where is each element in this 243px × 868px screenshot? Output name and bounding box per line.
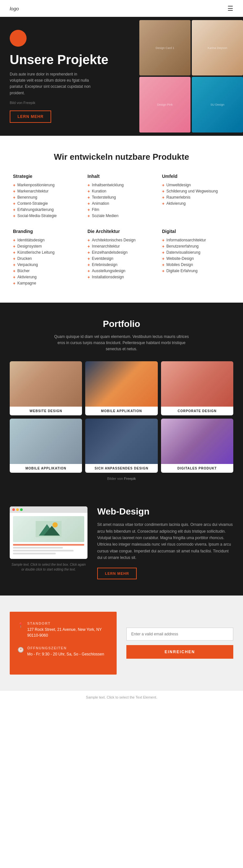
service-item-4-2: Einzelhandelsdesign	[88, 249, 155, 256]
contact-location-value: 127 Rock Street, 21 Avenue, New York, NY…	[27, 627, 109, 638]
service-item-3-3: Drucken	[13, 256, 81, 262]
webdesign-learn-more-button[interactable]: LERN MEHR	[97, 568, 137, 579]
portfolio-grid: WEBSITE DESIGNMOBILE APPLIKATIONCORPORAT…	[10, 361, 233, 473]
service-item-1-3: Animation	[88, 200, 155, 207]
service-item-5-3: Website-Design	[162, 256, 230, 262]
portfolio-section: Portfolio Quam quisque id diam vel quam …	[0, 303, 243, 491]
service-col-2: UmfeldUmweltdesignSchilderung und Wegwei…	[162, 174, 230, 219]
portfolio-item-1[interactable]: MOBILE APPLIKATION	[85, 361, 157, 415]
hero-content: Unsere Projekte Duis aute irure dolor in…	[10, 30, 133, 123]
portfolio-credit-link[interactable]: Freepik	[124, 476, 136, 480]
service-heading-5: Digital	[162, 229, 230, 234]
portfolio-item-5[interactable]: DIGITALES PRODUKT	[161, 418, 233, 473]
hero-image-2: Karina Dwyson	[192, 20, 243, 75]
clock-icon: 🕐	[18, 647, 24, 653]
service-item-2-0: Umweltdesign	[162, 182, 230, 188]
service-col-5: DigitalInformationsarchitekturBenutzerer…	[162, 229, 230, 286]
hero-circle-decoration	[10, 30, 27, 46]
service-item-3-6: Aktivierung	[13, 274, 81, 280]
mountain-illustration	[36, 521, 62, 537]
service-item-1-1: Kuration	[88, 188, 155, 194]
service-item-3-0: Identitätsdesign	[13, 237, 81, 243]
service-item-0-2: Benennung	[13, 194, 81, 200]
service-item-5-1: Benutzererfahrung	[162, 243, 230, 249]
service-item-5-4: Mobiles Design	[162, 262, 230, 268]
webdesign-text: Sit amet massa vitae tortor condimentum …	[97, 521, 233, 561]
browser-content	[10, 513, 88, 559]
webdesign-caption: Sample text. Click to select the text bo…	[10, 562, 88, 572]
portfolio-item-0[interactable]: WEBSITE DESIGN	[10, 361, 82, 415]
service-item-4-5: Ausstellungsdesign	[88, 268, 155, 274]
portfolio-credit-prefix: Bilder von	[107, 476, 123, 480]
contact-hours-block: 🕐 ÖFFNUNGSZEITEN Mo - Fr: 9:30 - 20 Uhr,…	[18, 646, 109, 657]
browser-dot-green	[20, 508, 23, 511]
service-item-4-6: Installationsdesign	[88, 274, 155, 280]
hero-description: Duis aute irure dolor in reprehenderit i…	[10, 71, 94, 96]
service-item-4-4: Erlebnisdesign	[88, 262, 155, 268]
browser-line-1	[13, 544, 84, 546]
service-item-1-5: Soziale Medien	[88, 213, 155, 219]
service-item-1-2: Texterstellung	[88, 194, 155, 200]
portfolio-label-1: MOBILE APPLIKATION	[85, 407, 157, 415]
service-heading-0: Strategie	[13, 174, 81, 179]
service-col-0: StrategieMarkenpositionierungMarkenarchi…	[13, 174, 81, 219]
service-item-3-7: Kampagne	[13, 280, 81, 286]
contact-submit-button[interactable]: EINREICHEN	[126, 645, 233, 659]
portfolio-item-4[interactable]: SICH ANPASSENDES DESIGN	[85, 418, 157, 473]
contact-info-card: 📍 STANDORT 127 Rock Street, 21 Avenue, N…	[10, 612, 117, 675]
svg-point-3	[53, 522, 58, 527]
hero-image-label-2: Karina Dwyson	[206, 44, 230, 52]
service-item-3-1: Designsystem	[13, 243, 81, 249]
service-item-5-2: Datenvisualisierung	[162, 249, 230, 256]
portfolio-item-3[interactable]: MOBILE APPLIKATION	[10, 418, 82, 473]
contact-hours-value: Mo - Fr: 9:30 - 20 Uhr, Sa, So - Geschlo…	[27, 651, 104, 657]
service-col-4: Die ArchitekturArchitektonisches DesignI…	[88, 229, 155, 286]
hero-credit-link[interactable]: Freepik	[23, 101, 35, 105]
service-heading-1: Inhalt	[88, 174, 155, 179]
browser-lines	[13, 544, 84, 554]
webdesign-content: Web-Design Sit amet massa vitae tortor c…	[97, 506, 233, 579]
webdesign-section: Sample text. Click to select the text bo…	[0, 490, 243, 595]
service-item-1-0: Inhaltsentwicklung	[88, 182, 155, 188]
hero-credit-prefix: Bild von	[10, 101, 22, 105]
portfolio-description: Quam quisque id diam vel quam elementum.…	[50, 334, 193, 352]
service-item-1-4: Film	[88, 207, 155, 213]
hamburger-menu-icon[interactable]: ☰	[227, 4, 233, 12]
service-item-4-1: Innenarchitektur	[88, 243, 155, 249]
hero-image-4: SU Design	[192, 77, 243, 132]
service-item-0-4: Erfahrungskartierung	[13, 207, 81, 213]
contact-hours-details: ÖFFNUNGSZEITEN Mo - Fr: 9:30 - 20 Uhr, S…	[27, 646, 104, 657]
hero-image-label-3: Design Pink	[155, 101, 175, 108]
portfolio-credit: Bilder von Freepik	[10, 476, 233, 480]
services-grid: StrategieMarkenpositionierungMarkenarchi…	[13, 174, 230, 286]
service-item-4-0: Architektonisches Design	[88, 237, 155, 243]
hero-learn-more-button[interactable]: LERN MEHR	[10, 111, 51, 123]
service-item-3-5: Bücher	[13, 268, 81, 274]
webdesign-preview: Sample text. Click to select the text bo…	[10, 506, 88, 572]
browser-line-3	[13, 550, 73, 552]
navbar: logo ☰	[0, 0, 243, 17]
hero-section: Unsere Projekte Duis aute irure dolor in…	[0, 17, 243, 136]
service-item-3-2: Künstlerische Leitung	[13, 249, 81, 256]
contact-form: EINREICHEN	[126, 612, 233, 675]
service-item-2-1: Schilderung und Wegweisung	[162, 188, 230, 194]
service-col-3: BrandingIdentitätsdesignDesignsystemKüns…	[13, 229, 81, 286]
portfolio-item-2[interactable]: CORPORATE DESIGN	[161, 361, 233, 415]
service-item-4-3: Eventdesign	[88, 256, 155, 262]
contact-hours-label: ÖFFNUNGSZEITEN	[27, 646, 104, 650]
portfolio-label-3: MOBILE APPLIKATION	[10, 464, 82, 473]
browser-dot-yellow	[16, 508, 19, 511]
hero-credit: Bild von Freepik	[10, 101, 133, 105]
footer: Sample text. Click to select the Text El…	[0, 691, 243, 704]
hero-image-collage: Design Card 1 Karina Dwyson Design Pink …	[136, 17, 243, 136]
contact-email-input[interactable]	[126, 628, 233, 641]
footer-sample-text: Sample text. Click to select the Text El…	[86, 695, 157, 699]
browser-line-2	[13, 547, 63, 549]
hero-image-3: Design Pink	[139, 77, 190, 132]
service-item-0-3: Content-Strategie	[13, 200, 81, 207]
contact-location-label: STANDORT	[27, 621, 109, 625]
contact-location-block: 📍 STANDORT 127 Rock Street, 21 Avenue, N…	[18, 621, 109, 638]
service-item-0-0: Markenpositionierung	[13, 182, 81, 188]
service-item-2-3: Aktivierung	[162, 200, 230, 207]
services-section: Wir entwickeln nutzbare Produkte Strateg…	[0, 136, 243, 303]
